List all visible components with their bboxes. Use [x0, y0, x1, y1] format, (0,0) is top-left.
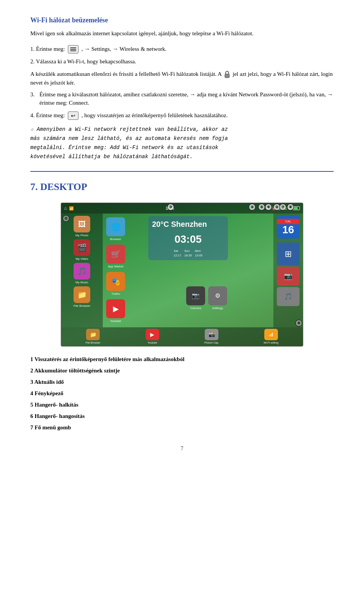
- step-2: 2. Válassza ki a Wi-Fi-t, hogy bekapcsol…: [30, 57, 334, 66]
- app-tudou[interactable]: 🎭 Tudou: [106, 272, 125, 296]
- step3-prefix-text: A készülék automatikusan ellenőrzi és fr…: [30, 71, 221, 77]
- dock-item-video[interactable]: 🎬 My Video: [63, 239, 101, 261]
- battery-icon: [293, 206, 300, 210]
- bottom-bar: 📁 File Browser ▶ Youtube 📸 Picture Cap. …: [61, 327, 303, 346]
- bottom-label-youtube: Youtube: [147, 341, 157, 345]
- app-label-settings: Settings: [212, 306, 223, 311]
- bottom-item-picturecap[interactable]: 📸 Picture Cap.: [183, 329, 241, 345]
- weather-temp: 20°C Shenzhen: [152, 218, 224, 230]
- dock-item-music[interactable]: 🎵 My Music: [63, 263, 101, 285]
- app-label-camera: Camera: [190, 306, 201, 311]
- step-3-num: 3.: [30, 90, 37, 99]
- weather-day-2: Sun 18:35: [184, 249, 192, 258]
- status-left: ⌂ 📶: [64, 205, 74, 212]
- dock-label-photo: My Photo: [75, 233, 88, 238]
- step4-suffix-text: , hogy visszatérjen az érintőképernyő fe…: [82, 112, 228, 118]
- menu-icon: [68, 45, 78, 53]
- step-3-intro-content: A készülék automatikusan ellenőrzi és fr…: [30, 70, 334, 87]
- section-separator: [30, 171, 334, 172]
- lock-icon: [224, 70, 230, 79]
- captions-list: 1 Visszatérés az érintőképernyő felületé…: [30, 353, 334, 433]
- app-market[interactable]: 🛒 App Market: [106, 245, 125, 269]
- weather-time: 03:05: [152, 231, 224, 247]
- step4-prefix-text: 4. Érintse meg:: [30, 112, 65, 118]
- info-line-4: követésével állíthatja be hálózatának lá…: [30, 152, 334, 162]
- right-dock-extra-1[interactable]: 📷: [277, 267, 300, 286]
- app-youtube[interactable]: ▶ Youtube: [106, 299, 125, 324]
- caption-item-3: 3 Aktuális idő: [30, 376, 334, 388]
- bottom-item-youtube[interactable]: ▶ Youtube: [124, 329, 182, 345]
- page-number: 7: [30, 445, 334, 452]
- right-dock: CAL 16 ⊞ 📷 🎵: [273, 214, 303, 327]
- app-label-market: App Market: [108, 264, 124, 269]
- step-3-intro: A készülék automatikusan ellenőrzi és fr…: [30, 70, 334, 87]
- bottom-label-wifisetting: Wi-Fi setting: [264, 341, 278, 345]
- info-line-3: megtalálni. Érintse meg: Add Wi-Fi netwo…: [30, 143, 334, 152]
- app-settings[interactable]: ⚙ Settings: [208, 286, 227, 311]
- caption-item-6: 6 Hangerő- hangosítás: [30, 410, 334, 422]
- step-3: 3. Érintse meg a kiválasztott hálózatot,…: [30, 90, 334, 107]
- step-4: 4. Érintse meg: ↩ , hogy visszatérjen az…: [30, 111, 334, 120]
- calendar-date: 16: [282, 224, 294, 236]
- center-row-3: 🎭 Tudou: [106, 272, 179, 296]
- step-2-content: 2. Válassza ki a Wi-Fi-t, hogy bekapcsol…: [30, 57, 334, 66]
- step-4-content: 4. Érintse meg: ↩ , hogy visszatérjen az…: [30, 111, 334, 120]
- weather-widget: 20°C Shenzhen 03:05 Sat 12:17 Sun 18:35 …: [148, 216, 228, 260]
- svg-rect-0: [225, 74, 229, 78]
- home-icon: ⌂: [64, 205, 67, 212]
- section-7-title: 7. DESKTOP: [30, 179, 334, 194]
- center-right-apps: 📷 Camera ⚙ Settings: [186, 286, 227, 311]
- wifi-info-block: ☆ Amenyiben a Wi-Fi network rejtettnek v…: [30, 125, 334, 161]
- bottom-label-picturecap: Picture Cap.: [204, 341, 219, 345]
- app-browser[interactable]: 🌐 Browser: [106, 217, 125, 242]
- bottom-item-filebrowser[interactable]: 📁 File Browser: [64, 329, 122, 345]
- step-1-content: 1. Érintse meg: , → Settings, → Wireless…: [30, 45, 334, 54]
- caption-item-7: 7 Fő menü gomb: [30, 422, 334, 433]
- step1-middle-text: , → Settings, → Wireless & network.: [82, 46, 167, 52]
- info-line-2: más számára nem lesz látható, és az auto…: [30, 134, 334, 143]
- wifi-intro: Mivel igen sok alkalmazás internet kapcs…: [30, 29, 334, 38]
- step-1: 1. Érintse meg: , → Settings, → Wireless…: [30, 45, 334, 54]
- app-label-tudou: Tudou: [111, 292, 120, 296]
- dock-item-filebrowser[interactable]: 📁 File Browser: [63, 286, 101, 308]
- wifi-section-title: Wi-Fi hálózat beüzemelése: [30, 15, 334, 25]
- center-row-4: ▶ Youtube: [106, 299, 179, 324]
- bottom-item-wifisetting[interactable]: 📶 Wi-Fi setting: [242, 329, 300, 345]
- wifi-status-icon: 📶: [69, 206, 74, 211]
- caption-item-5: 5 Hangerő- halkítás: [30, 399, 334, 410]
- caption-item-4: 4 Fényképező: [30, 388, 334, 399]
- caption-item-2: 2 Akkumulátor töltöttségének szintje: [30, 365, 334, 376]
- weather-days: Sat 12:17 Sun 18:35 Mon 13:05: [152, 249, 224, 258]
- app-label-browser: Browser: [110, 237, 121, 242]
- desktop-screenshot: ⌂ 📶 3:06 👁 🔇 🔊 ☰ ↩ ① ② ③ ④ ⑤ ⑥ ⑦ ⑧ ⑨: [61, 203, 303, 347]
- info-line-1: ☆ Amenyiben a Wi-Fi network rejtettnek v…: [30, 125, 334, 134]
- dock-item-photo[interactable]: 🖼 My Photo: [63, 216, 101, 238]
- calendar-widget: CAL 16: [277, 216, 300, 239]
- back-icon: ↩: [68, 112, 78, 120]
- weather-day-1: Sat 12:17: [174, 249, 181, 258]
- dock-label-filebrowser: File Browser: [74, 304, 90, 308]
- app-grid-icon[interactable]: ⊞: [277, 242, 300, 265]
- right-dock-extra-2[interactable]: 🎵: [277, 287, 300, 306]
- caption-item-1: 1 Visszatérés az érintőképernyő felületé…: [30, 353, 334, 365]
- app-label-youtube: Youtube: [110, 319, 121, 324]
- dock-label-video: My Video: [75, 257, 88, 261]
- step-3-content: Érintse meg a kiválasztott hálózatot, am…: [39, 90, 334, 107]
- dock-label-music: My Music: [75, 280, 88, 285]
- weather-day-3: Mon 13:05: [195, 249, 202, 258]
- left-dock: 🖼 My Photo 🎬 My Video 🎵 My Music 📁 File …: [61, 214, 103, 327]
- step1-prefix-text: 1. Érintse meg:: [30, 46, 65, 52]
- app-camera[interactable]: 📷 Camera: [186, 286, 205, 311]
- bottom-label-filebrowser: File Browser: [86, 341, 100, 345]
